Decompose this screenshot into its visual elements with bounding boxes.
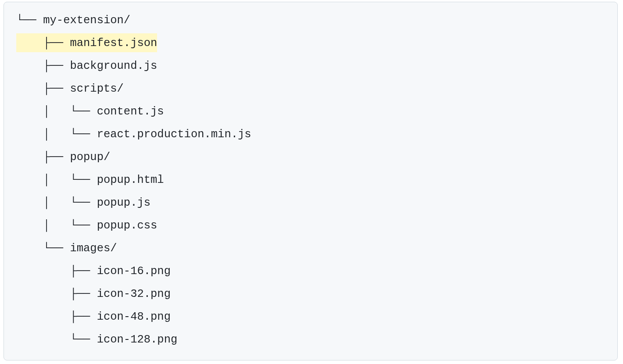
tree-line: ├── scripts/ <box>4 78 617 100</box>
file-tree: └── my-extension/ ├── manifest.json ├── … <box>4 9 617 351</box>
tree-prefix: ├── <box>16 37 70 50</box>
tree-line: │ └── react.production.min.js <box>4 123 617 146</box>
tree-line: ├── popup/ <box>4 146 617 169</box>
tree-line: ├── icon-16.png <box>4 260 617 283</box>
tree-line: ├── manifest.json <box>4 32 617 55</box>
tree-filename: scripts/ <box>70 82 123 95</box>
tree-line: │ └── popup.js <box>4 192 617 214</box>
tree-prefix: │ └── <box>16 196 97 209</box>
tree-filename: popup/ <box>70 151 110 164</box>
tree-line: └── icon-128.png <box>4 328 617 351</box>
highlighted-entry: ├── manifest.json <box>16 33 157 52</box>
code-block: └── my-extension/ ├── manifest.json ├── … <box>4 2 618 360</box>
tree-filename: icon-32.png <box>97 288 171 300</box>
tree-prefix: │ └── <box>16 219 97 232</box>
tree-prefix: ├── <box>16 82 70 95</box>
tree-prefix: ├── <box>16 310 97 323</box>
tree-filename: icon-16.png <box>97 265 171 278</box>
tree-filename: icon-128.png <box>97 333 178 346</box>
tree-prefix: ├── <box>16 60 70 72</box>
tree-prefix: └── <box>16 333 97 346</box>
tree-filename: react.production.min.js <box>97 128 251 141</box>
tree-prefix: ├── <box>16 265 97 278</box>
tree-prefix: │ └── <box>16 128 97 141</box>
tree-line: ├── icon-48.png <box>4 306 617 328</box>
tree-prefix: ├── <box>16 151 70 164</box>
tree-line: └── images/ <box>4 237 617 260</box>
tree-prefix: └── <box>16 242 70 255</box>
tree-filename: popup.js <box>97 196 150 209</box>
tree-line: ├── background.js <box>4 55 617 78</box>
tree-filename: my-extension/ <box>43 14 130 27</box>
tree-filename: background.js <box>70 60 157 72</box>
tree-line: │ └── popup.html <box>4 169 617 192</box>
tree-line: │ └── content.js <box>4 100 617 123</box>
tree-filename: content.js <box>97 105 164 118</box>
tree-filename: icon-48.png <box>97 310 171 323</box>
tree-filename: images/ <box>70 242 117 255</box>
tree-prefix: ├── <box>16 288 97 300</box>
tree-line: ├── icon-32.png <box>4 283 617 306</box>
tree-prefix: │ └── <box>16 174 97 186</box>
tree-line: └── my-extension/ <box>4 9 617 32</box>
tree-filename: popup.css <box>97 219 158 232</box>
tree-line: │ └── popup.css <box>4 214 617 237</box>
tree-prefix: └── <box>16 14 43 27</box>
tree-filename: manifest.json <box>70 37 157 50</box>
tree-prefix: │ └── <box>16 105 97 118</box>
tree-filename: popup.html <box>97 174 164 186</box>
